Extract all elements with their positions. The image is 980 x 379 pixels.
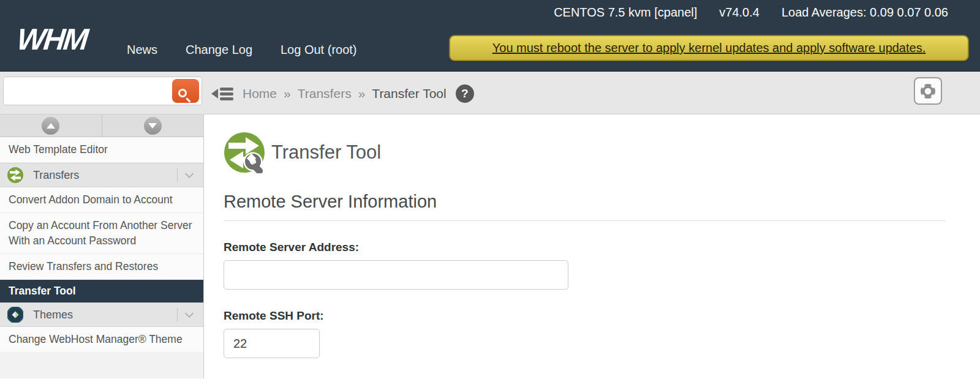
search-input[interactable] — [4, 77, 169, 105]
page-title: Transfer Tool — [271, 141, 381, 163]
nav-item-change-log[interactable]: Change Log — [186, 43, 252, 57]
scroll-up-icon — [42, 117, 59, 135]
sidebar-item-change-whm-theme[interactable]: Change WebHost Manager® Theme — [0, 327, 203, 353]
remote-ssh-port-label: Remote SSH Port: — [224, 309, 980, 323]
breadcrumb-separator: » — [358, 86, 366, 101]
page-title-row: Transfer Tool — [224, 132, 980, 173]
system-info: CENTOS 7.5 kvm [cpanel] — [554, 6, 697, 20]
remote-server-address-label: Remote Server Address: — [224, 241, 980, 254]
load-averages: Load Averages: 0.09 0.07 0.06 — [782, 6, 948, 20]
breadcrumb-bar: Home » Transfers » Transfer Tool ? — [0, 72, 980, 114]
divider — [177, 168, 178, 182]
sidebar-group-themes[interactable]: Themes — [0, 302, 203, 327]
main-content: Transfer Tool Remote Server Information … — [204, 114, 980, 378]
search-icon — [178, 89, 187, 97]
nav-item-news[interactable]: News — [127, 43, 157, 57]
transfer-tool-icon — [224, 132, 265, 173]
sidebar-group-transfers[interactable]: Transfers — [0, 163, 203, 187]
support-button[interactable] — [914, 77, 942, 105]
themes-icon — [7, 307, 23, 323]
chevron-down-icon[interactable] — [185, 170, 194, 178]
sidebar-scroll-up-button[interactable] — [0, 114, 102, 137]
scroll-down-icon — [144, 117, 162, 135]
collapse-sidebar-button[interactable] — [211, 86, 235, 102]
server-status-row: CENTOS 7.5 kvm [cpanel] v74.0.4 Load Ave… — [554, 6, 948, 20]
sidebar-item-web-template-editor[interactable]: Web Template Editor — [0, 137, 203, 163]
divider — [177, 308, 178, 321]
sidebar-item-transfer-tool[interactable]: Transfer Tool — [0, 280, 203, 302]
page-body: Web Template Editor Transfers Convert Ad… — [0, 114, 980, 378]
sidebar-item-review-transfers[interactable]: Review Transfers and Restores — [0, 254, 203, 280]
breadcrumb-separator: » — [284, 86, 291, 101]
search-button[interactable] — [172, 79, 199, 103]
sidebar-search-box — [3, 77, 202, 105]
remote-server-address-input[interactable] — [224, 260, 568, 290]
sidebar-scroll-controls — [0, 114, 203, 137]
sidebar-group-label: Themes — [33, 309, 73, 321]
sidebar-item-convert-addon-domain[interactable]: Convert Addon Domain to Account — [0, 187, 203, 213]
sidebar-item-copy-account[interactable]: Copy an Account From Another Server With… — [0, 213, 203, 254]
sidebar-group-label: Transfers — [33, 169, 79, 182]
collapse-sidebar-icon — [211, 86, 235, 102]
help-icon[interactable]: ? — [456, 84, 474, 103]
sidebar-scroll-down-button[interactable] — [102, 114, 204, 137]
breadcrumb-home[interactable]: Home — [243, 86, 277, 101]
sidebar: Web Template Editor Transfers Convert Ad… — [0, 114, 204, 378]
header-nav: News Change Log Log Out (root) — [127, 43, 357, 57]
section-title: Remote Server Information — [224, 192, 946, 221]
reboot-warning-banner[interactable]: You must reboot the server to apply kern… — [449, 35, 969, 61]
top-header: CENTOS 7.5 kvm [cpanel] v74.0.4 Load Ave… — [0, 0, 980, 72]
remote-ssh-port-input[interactable] — [224, 329, 320, 358]
chevron-down-icon[interactable] — [185, 309, 194, 318]
breadcrumb: Home » Transfers » Transfer Tool ? — [243, 84, 474, 103]
nav-item-log-out[interactable]: Log Out (root) — [281, 43, 357, 57]
breadcrumb-current-page: Transfer Tool — [372, 86, 446, 101]
life-ring-icon — [919, 82, 937, 100]
breadcrumb-transfers[interactable]: Transfers — [298, 86, 352, 101]
whm-logo[interactable]: WHM — [15, 22, 88, 56]
whm-version: v74.0.4 — [719, 6, 760, 20]
reboot-warning-link[interactable]: You must reboot the server to apply kern… — [492, 41, 925, 55]
transfer-arrows-icon — [7, 167, 23, 183]
